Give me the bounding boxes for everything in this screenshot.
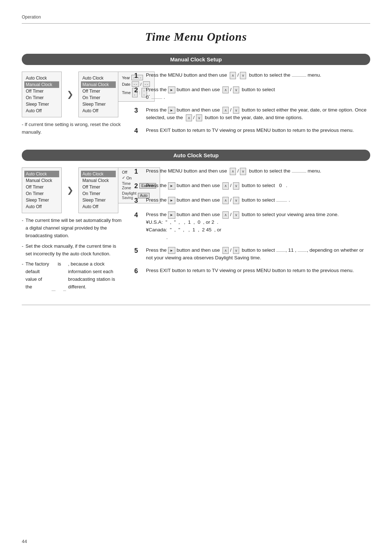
check-mark: ✓: [122, 175, 125, 180]
nav-button: ∧: [186, 114, 192, 122]
menu-item: On Timer: [82, 190, 114, 197]
nav-button: ►: [168, 247, 175, 254]
nav-button: ∨: [233, 211, 239, 219]
menu-item: Auto Clock: [26, 75, 58, 81]
menu-item-selected: Manual Clock: [24, 81, 59, 88]
menu-item: On Timer: [26, 94, 58, 101]
menu-item-selected: Manual Clock: [81, 81, 116, 88]
nav-button: ∧: [222, 182, 229, 190]
note-item: The current time will be set automatical…: [22, 217, 123, 239]
step-item: 6 Press EXIT button to return to TV view…: [134, 267, 370, 276]
nav-button: ∧: [222, 86, 229, 94]
menu-item: Auto Off: [82, 203, 114, 210]
menu-item: Sleep Timer: [82, 197, 114, 203]
nav-button: ∨: [233, 107, 239, 114]
menu-item: Sleep Timer: [26, 197, 58, 203]
manual-clock-section: Manual Clock Setup Auto Clock Manual Clo…: [22, 54, 370, 141]
section1-header: Manual Clock Setup: [22, 54, 370, 65]
nav-button: ∨: [233, 197, 239, 204]
step-item: 4 Press the ► button and then use ∧ / ∨ …: [134, 211, 370, 242]
section1-steps: 1 Press the MENU button and then use ∧ /…: [134, 72, 370, 141]
menu-box-left-2: Auto Clock Manual Clock Off Timer On Tim…: [22, 167, 62, 213]
nav-button: ∧: [222, 197, 229, 204]
menu-item: Auto Clock: [82, 75, 114, 81]
breadcrumb: Operation: [22, 15, 370, 20]
nav-button: ►: [168, 197, 175, 204]
step-text: Press the ► button and then use ∧ / ∨ bu…: [146, 182, 370, 190]
nav-button: ∧: [222, 107, 229, 114]
nav-button: ►: [168, 182, 175, 190]
menu-item: Off Timer: [82, 184, 114, 190]
step-number: 1: [134, 71, 142, 81]
nav-button: ∨: [233, 247, 239, 254]
step-number: 3: [134, 106, 142, 116]
step-item: 3 Press the ► button and then use ∧ / ∨ …: [134, 197, 370, 206]
nav-button: ∨: [240, 168, 246, 175]
step-text: Press the MENU button and then use ∧ / ∨…: [146, 167, 370, 175]
step-text: Press the ► button and then use ∧ / ∨ bu…: [146, 106, 370, 122]
note-item: The factory default value of the is , be…: [22, 260, 123, 291]
page-number: 44: [22, 539, 27, 544]
step-number: 6: [134, 266, 142, 276]
nav-button: ∨: [233, 86, 239, 94]
auto-clock-section: Auto Clock Setup Auto Clock Manual Clock…: [22, 150, 370, 293]
bottom-divider: [22, 305, 370, 305]
step-text: Press the ► button and then use ∧ / ∨ bu…: [146, 197, 370, 204]
step-item: 2 Press the ► button and then use ∧ / ∨ …: [134, 182, 370, 191]
menu-item: Off Timer: [26, 184, 58, 190]
step-text: Press the ► button and then use ∧ / ∨ bu…: [146, 86, 370, 101]
menu-item: Auto Off: [26, 108, 58, 114]
menu-item-selected: Auto Clock: [24, 171, 59, 177]
section2-notes: The current time will be set automatical…: [22, 217, 123, 291]
menu-box-right-1: Auto Clock Manual Clock Off Timer On Tim…: [78, 72, 118, 117]
top-divider: [22, 23, 370, 24]
step-number: 2: [134, 181, 142, 191]
detail-label: Year: [122, 76, 130, 80]
nav-button: ►: [168, 107, 175, 114]
step-item: 5 Press the ► button and then use ∧ / ∨ …: [134, 247, 370, 262]
nav-button: ∨: [240, 72, 246, 79]
on-label: On: [126, 176, 132, 180]
menu-item: Sleep Timer: [82, 101, 114, 108]
arrow-icon: ❯: [65, 90, 75, 99]
menu-item: On Timer: [26, 190, 58, 197]
step-item: 2 Press the ► button and then use ∧ / ∨ …: [134, 86, 370, 101]
menu-box-left-1: Auto Clock Manual Clock Off Timer On Tim…: [22, 72, 62, 117]
menu-item: Off Timer: [82, 88, 114, 94]
off-label: Off: [122, 170, 127, 174]
steps-list-2: 1 Press the MENU button and then use ∧ /…: [134, 167, 370, 276]
nav-button: ∧: [230, 168, 236, 175]
note-item: Set the clock manually, if the current t…: [22, 243, 123, 258]
detail-label: Time: [122, 90, 131, 95]
step-item: 4 Press EXIT button to return to TV view…: [134, 127, 370, 136]
menu-item: Auto Off: [26, 203, 58, 210]
section2-diagram: Auto Clock Manual Clock Off Timer On Tim…: [22, 167, 123, 213]
section1-left: Auto Clock Manual Clock Off Timer On Tim…: [22, 72, 123, 141]
step-number: 5: [134, 246, 142, 256]
menu-item: Manual Clock: [82, 177, 114, 184]
menu-item: On Timer: [82, 94, 114, 101]
section1-diagram: Auto Clock Manual Clock Off Timer On Tim…: [22, 72, 123, 117]
step-number: 3: [134, 196, 142, 206]
section1-note: - If current time setting is wrong, rese…: [22, 121, 123, 136]
step-number: 1: [134, 167, 142, 177]
step-text: Press EXIT button to return to TV viewin…: [146, 267, 370, 275]
nav-button: ∧: [230, 72, 236, 79]
nav-button: ∨: [196, 114, 202, 122]
step-text: Press the ► button and then use ∧ / ∨ bu…: [146, 247, 370, 262]
step-number: 4: [134, 210, 142, 220]
section2-header: Auto Clock Setup: [22, 150, 370, 161]
menu-item: Sleep Timer: [26, 101, 58, 108]
page-title: Time Menu Options: [22, 30, 370, 44]
section2-steps: 1 Press the MENU button and then use ∧ /…: [134, 167, 370, 293]
arrow-icon: ❯: [65, 186, 75, 195]
nav-button: ►: [168, 86, 175, 94]
step-item: 1 Press the MENU button and then use ∧ /…: [134, 167, 370, 177]
menu-item: Auto Off: [82, 108, 114, 114]
step-item: 1 Press the MENU button and then use ∧ /…: [134, 72, 370, 81]
nav-button: ►: [168, 211, 175, 219]
detail-label: Date: [122, 82, 130, 86]
step-text: Press the MENU button and then use ∧ / ∨…: [146, 72, 370, 79]
step-number: 4: [134, 126, 142, 136]
nav-button: ∧: [222, 247, 229, 254]
